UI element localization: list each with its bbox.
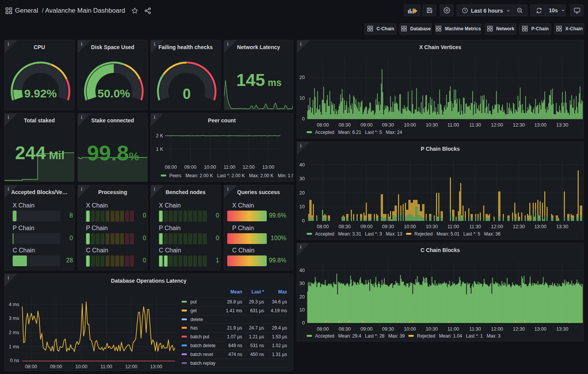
svg-text:0: 0 — [183, 86, 191, 102]
svg-text:9.92%: 9.92% — [24, 87, 57, 100]
svg-text:50.0%: 50.0% — [97, 87, 130, 100]
